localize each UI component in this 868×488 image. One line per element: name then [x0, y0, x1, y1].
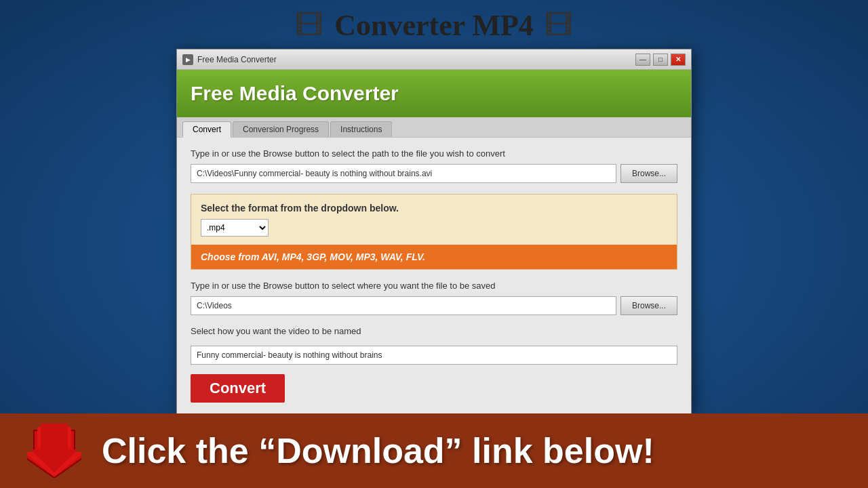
- convert-button[interactable]: Convert: [191, 374, 285, 403]
- tab-conversion-progress[interactable]: Conversion Progress: [233, 121, 329, 137]
- window-icon: ▶: [182, 54, 193, 65]
- window-titlebar: ▶ Free Media Converter — □ ✕: [177, 49, 691, 70]
- download-arrow-icon: [27, 424, 81, 478]
- browse-file-button[interactable]: Browse...: [620, 164, 677, 183]
- banner-text: Click the “Download” link below!: [102, 430, 654, 471]
- file-row: Browse...: [191, 164, 677, 183]
- format-options-bar: Choose from AVI, MP4, 3GP, MOV, MP3, WAV…: [191, 245, 677, 269]
- tab-instructions[interactable]: Instructions: [330, 121, 392, 137]
- app-content: Type in or use the Browse button to sele…: [177, 138, 691, 413]
- file-path-input[interactable]: [191, 164, 616, 183]
- app-window: ▶ Free Media Converter — □ ✕ Free Media …: [176, 49, 692, 414]
- tab-convert[interactable]: Convert: [182, 121, 231, 138]
- bottom-banner: Click the “Download” link below!: [0, 413, 868, 488]
- window-controls: — □ ✕: [635, 54, 686, 66]
- film-icon-right: 🎞: [545, 9, 573, 42]
- format-options-text: Choose from AVI, MP4, 3GP, MOV, MP3, WAV…: [201, 251, 425, 262]
- close-button[interactable]: ✕: [671, 54, 686, 66]
- page-title: Converter MP4: [334, 8, 534, 43]
- page-title-area: 🎞 Converter MP4 🎞: [0, 0, 868, 51]
- file-instruction: Type in or use the Browse button to sele…: [191, 148, 677, 159]
- save-section: Type in or use the Browse button to sele…: [191, 281, 677, 315]
- app-header-title: Free Media Converter: [191, 82, 399, 104]
- format-dropdown[interactable]: .mp4 .avi .3gp .mov .mp3 .wav .flv: [201, 219, 269, 237]
- app-header: Free Media Converter: [177, 70, 691, 117]
- tab-bar: Convert Conversion Progress Instructions: [177, 117, 691, 138]
- window-title: Free Media Converter: [197, 55, 635, 64]
- format-box: Select the format from the dropdown belo…: [191, 194, 677, 270]
- video-name-input[interactable]: [191, 346, 677, 365]
- name-instruction: Select how you want the video to be name…: [191, 326, 677, 336]
- browse-save-button[interactable]: Browse...: [620, 296, 677, 315]
- save-path-input[interactable]: [191, 296, 616, 315]
- save-row: Browse...: [191, 296, 677, 315]
- minimize-button[interactable]: —: [635, 54, 650, 66]
- format-label: Select the format from the dropdown belo…: [201, 203, 667, 214]
- film-icon-left: 🎞: [295, 9, 323, 42]
- maximize-button[interactable]: □: [653, 54, 668, 66]
- save-instruction: Type in or use the Browse button to sele…: [191, 281, 677, 291]
